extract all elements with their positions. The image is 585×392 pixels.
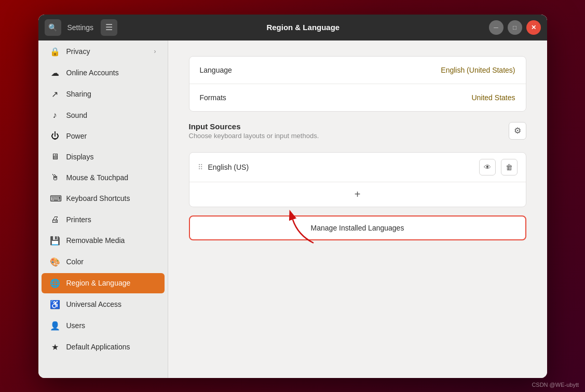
- online-accounts-icon: ☁: [50, 68, 60, 78]
- sound-icon: ♪: [50, 111, 60, 120]
- window-controls: ─ □ ✕: [489, 20, 541, 35]
- removable-media-icon: 💾: [50, 236, 60, 246]
- language-row[interactable]: Language English (United States): [189, 57, 526, 84]
- sidebar-label-default-applications: Default Applications: [66, 343, 130, 351]
- sidebar-item-sound[interactable]: ♪ Sound: [42, 105, 165, 125]
- color-icon: 🎨: [50, 257, 60, 267]
- input-sources-title: Input Sources: [189, 122, 319, 131]
- minimize-button[interactable]: ─: [489, 20, 504, 35]
- sidebar-label-universal-access: Universal Access: [66, 300, 122, 308]
- input-source-label: English (US): [208, 163, 474, 171]
- input-sources-group: ⠿ English (US) 👁 🗑 +: [189, 152, 526, 207]
- sidebar-label-keyboard-shortcuts: Keyboard Shortcuts: [66, 194, 130, 202]
- sidebar-label-power: Power: [66, 132, 87, 140]
- power-icon: ⏻: [50, 131, 60, 141]
- sidebar-item-users[interactable]: 👤 Users: [42, 316, 165, 336]
- sidebar-item-privacy[interactable]: 🔒 Privacy ›: [42, 42, 165, 62]
- sidebar-label-displays: Displays: [66, 153, 94, 161]
- sidebar-label-privacy: Privacy: [66, 47, 90, 56]
- add-icon: +: [355, 188, 361, 200]
- input-sources-section-header: Input Sources Choose keyboard layouts or…: [189, 122, 319, 140]
- sidebar-item-universal-access[interactable]: ♿ Universal Access: [42, 294, 165, 315]
- sidebar-item-region-language[interactable]: 🌐 Region & Language: [42, 273, 165, 293]
- window-title: Region & Language: [117, 23, 488, 32]
- printer-icon: 🖨: [50, 215, 60, 224]
- input-sources-header: Input Sources Choose keyboard layouts or…: [189, 122, 526, 146]
- formats-label: Formats: [200, 93, 226, 102]
- sidebar-item-keyboard-shortcuts[interactable]: ⌨ Keyboard Shortcuts: [42, 188, 165, 209]
- sidebar-label-removable-media: Removable Media: [66, 236, 125, 245]
- mouse-icon: 🖱: [50, 173, 60, 182]
- input-source-row-english: ⠿ English (US) 👁 🗑: [189, 153, 526, 182]
- titlebar-left: 🔍 Settings ☰: [45, 19, 118, 36]
- sharing-icon: ↗: [50, 89, 60, 99]
- sidebar-item-power[interactable]: ⏻ Power: [42, 126, 165, 146]
- privacy-icon: 🔒: [50, 47, 60, 57]
- sidebar-item-mouse-touchpad[interactable]: 🖱 Mouse & Touchpad: [42, 168, 165, 187]
- language-value: English (United States): [441, 66, 515, 74]
- language-formats-group: Language English (United States) Formats…: [189, 56, 526, 112]
- sidebar-label-online-accounts: Online Accounts: [66, 69, 119, 77]
- sidebar-label-users: Users: [66, 321, 86, 330]
- sidebar-item-sharing[interactable]: ↗ Sharing: [42, 84, 165, 104]
- sidebar-item-removable-media[interactable]: 💾 Removable Media: [42, 231, 165, 251]
- region-language-icon: 🌐: [50, 278, 60, 288]
- close-button[interactable]: ✕: [526, 20, 541, 35]
- universal-access-icon: ♿: [50, 300, 60, 309]
- arrow-icon: ›: [154, 48, 156, 55]
- sidebar-label-region-language: Region & Language: [66, 279, 131, 287]
- input-sources-subtitle: Choose keyboard layouts or input methods…: [189, 132, 319, 140]
- preview-source-button[interactable]: 👁: [479, 159, 496, 175]
- manage-installed-languages-button[interactable]: Manage Installed Languages: [189, 215, 526, 240]
- sidebar-item-default-applications[interactable]: ★ Default Applications: [42, 337, 165, 357]
- users-icon: 👤: [50, 321, 60, 331]
- main-content: Language English (United States) Formats…: [168, 40, 547, 378]
- language-label: Language: [200, 66, 232, 74]
- annotation-container: Manage Installed Languages: [189, 207, 526, 240]
- menu-button[interactable]: ☰: [101, 19, 117, 36]
- watermark: CSDN @WE-ubytt: [532, 382, 579, 388]
- displays-icon: 🖥: [50, 152, 60, 161]
- sidebar-item-displays[interactable]: 🖥 Displays: [42, 147, 165, 167]
- delete-source-button[interactable]: 🗑: [501, 159, 518, 175]
- app-name-label: Settings: [67, 23, 94, 32]
- sidebar-item-color[interactable]: 🎨 Color: [42, 252, 165, 272]
- sidebar-label-printers: Printers: [66, 215, 91, 224]
- add-input-source-row[interactable]: +: [189, 182, 526, 207]
- formats-value: United States: [471, 93, 515, 102]
- input-sources-gear-button[interactable]: ⚙: [509, 122, 526, 140]
- sidebar-label-sound: Sound: [66, 111, 87, 119]
- sidebar-item-printers[interactable]: 🖨 Printers: [42, 210, 165, 229]
- search-button[interactable]: 🔍: [45, 19, 61, 36]
- formats-row[interactable]: Formats United States: [189, 84, 526, 111]
- sidebar: 🔒 Privacy › ☁ Online Accounts ↗ Sharing: [38, 40, 168, 378]
- keyboard-icon: ⌨: [50, 194, 60, 204]
- sidebar-item-online-accounts[interactable]: ☁ Online Accounts: [42, 63, 165, 83]
- drag-handle-icon[interactable]: ⠿: [198, 163, 203, 171]
- sidebar-label-sharing: Sharing: [66, 90, 91, 98]
- maximize-button[interactable]: □: [508, 20, 522, 35]
- sidebar-label-color: Color: [66, 258, 84, 266]
- sidebar-label-mouse-touchpad: Mouse & Touchpad: [66, 173, 129, 182]
- default-apps-icon: ★: [50, 342, 60, 352]
- content-area: 🔒 Privacy › ☁ Online Accounts ↗ Sharing: [38, 40, 547, 378]
- titlebar: 🔍 Settings ☰ Region & Language ─ □ ✕: [38, 15, 547, 40]
